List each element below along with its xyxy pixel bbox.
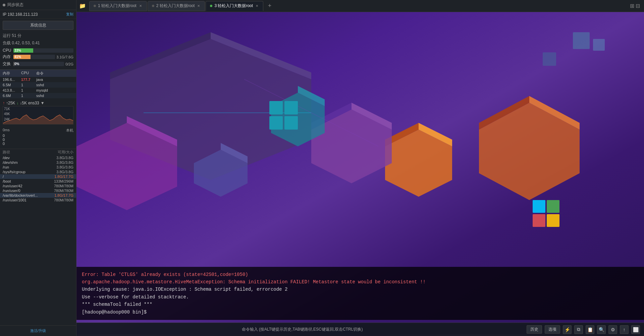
network-chart: 71K 49K 24K bbox=[3, 106, 73, 125]
new-tab-button[interactable]: + bbox=[265, 2, 274, 10]
cpu-metric-row: CPU 33% bbox=[0, 47, 76, 53]
swap-bar: 0% bbox=[13, 62, 14, 66]
tab-grid-button[interactable]: ⊞ ⊟ bbox=[627, 3, 643, 9]
mem-value: 3.1G/7.6G bbox=[56, 55, 73, 59]
network-traffic: ↑ ↑25K ↓ ↓5K ens33 ▼ bbox=[3, 101, 45, 105]
history-button[interactable]: 历史 bbox=[527, 325, 542, 334]
cpu-bar-container: 33% bbox=[13, 48, 73, 53]
disk-size: 1.8G/17.7G bbox=[54, 193, 73, 197]
disk-size: 1.8G/17.7G bbox=[54, 175, 73, 179]
proc-cpu: 1 bbox=[21, 94, 36, 98]
download-speed: ↓5K bbox=[20, 101, 27, 105]
download-arrow-icon: ↓ bbox=[16, 101, 18, 105]
terminal-line-5: *** schemaTool failed *** bbox=[82, 301, 639, 308]
svg-rect-27 bbox=[593, 39, 605, 51]
activate-upgrade-button[interactable]: 激活/升级 bbox=[0, 325, 76, 336]
folder-icon[interactable]: 📁 bbox=[78, 1, 87, 11]
mem-percent: 41% bbox=[14, 55, 21, 59]
tab-2-status-dot bbox=[152, 5, 154, 7]
net-interface-name: ens33 bbox=[28, 101, 39, 105]
copy-button[interactable]: 复制 bbox=[66, 12, 73, 17]
terminal-area[interactable]: Error: Table 'CTLGS' already exists (sta… bbox=[76, 12, 644, 336]
terminal-line-2: org.apache.hadoop.hive.metastore.HiveMet… bbox=[82, 278, 639, 286]
status-dot bbox=[3, 4, 5, 6]
disk-path: /dev bbox=[3, 156, 56, 160]
runtime-display: 运行 51 分 bbox=[0, 32, 76, 40]
tab-3-close-button[interactable]: ✕ bbox=[255, 4, 259, 8]
svg-rect-26 bbox=[573, 32, 590, 49]
list-item: /run/user/0 780M/780M bbox=[0, 188, 76, 193]
tab-1[interactable]: 1 轻松入门大数据root ✕ bbox=[89, 1, 147, 11]
win-pane-bl bbox=[269, 116, 283, 130]
network-graph-svg bbox=[3, 106, 73, 125]
lightning-icon[interactable]: ⚡ bbox=[563, 325, 572, 334]
search-terminal-icon[interactable]: 🔍 bbox=[597, 325, 606, 334]
disk-path: /run/user/1001 bbox=[3, 198, 54, 202]
command-input-placeholder[interactable]: 命令输入 (按ALT键提示历史,TAB键路径,ESC键返回,双击CTRL切换) bbox=[80, 327, 524, 332]
chevron-down-icon[interactable]: ▼ bbox=[41, 101, 45, 105]
proc-header-cpu: CPU bbox=[21, 71, 36, 76]
list-item: /sys/fs/cgroup 3.8G/3.8G bbox=[0, 170, 76, 174]
list-item: /var/lib/docker/overl... 1.8G/17.7G bbox=[0, 193, 76, 198]
cpu-percent: 33% bbox=[14, 49, 21, 52]
cpu-label: CPU bbox=[3, 48, 12, 53]
tab-1-label: 1 轻松入门大数据root bbox=[98, 3, 137, 9]
proc-mem: 196.6... bbox=[3, 78, 21, 82]
proc-header-mem: 内存 bbox=[3, 71, 21, 76]
sync-status-label: 同步状态 bbox=[7, 2, 23, 8]
disk-size: 3.8G/3.8G bbox=[56, 170, 73, 174]
ip-row: IP 192.168.211.123 复制 bbox=[0, 10, 76, 19]
svg-rect-28 bbox=[543, 52, 556, 66]
svg-rect-20 bbox=[533, 214, 545, 227]
proc-cpu: 1 bbox=[21, 88, 36, 92]
settings-terminal-icon[interactable]: ⚙ bbox=[608, 325, 617, 334]
proc-cmd: sshd bbox=[36, 94, 73, 98]
swap-metric-row: 交换 0% 0/2G bbox=[0, 60, 76, 67]
paste-terminal-icon[interactable]: 📋 bbox=[586, 325, 594, 334]
disk-size: 3.8G/3.8G bbox=[56, 160, 73, 164]
ip-label: IP 192.168.211.123 bbox=[3, 12, 38, 17]
ping-latency: 0ms bbox=[3, 128, 10, 133]
terminal-output: Error: Table 'CTLGS' already exists (sta… bbox=[76, 267, 644, 320]
upload-arrow-icon: ↑ bbox=[3, 101, 5, 105]
proc-cpu: 177.7 bbox=[21, 78, 36, 82]
terminal-line-1: Error: Table 'CTLGS' already exists (sta… bbox=[82, 271, 639, 278]
swap-bar-container: 0% bbox=[13, 62, 64, 66]
ping-value-1: 0 bbox=[3, 134, 73, 138]
proc-cmd: mysqld bbox=[36, 88, 73, 92]
disk-header-size: 可用/大小 bbox=[58, 150, 73, 155]
fullscreen-terminal-icon[interactable]: ⬜ bbox=[631, 325, 640, 334]
disk-size: 3.8G/3.8G bbox=[56, 165, 73, 169]
svg-rect-21 bbox=[547, 214, 559, 227]
ping-value-2: 0 bbox=[3, 138, 73, 142]
proc-cmd: java bbox=[36, 78, 73, 82]
disk-table-header: 路径 可用/大小 bbox=[0, 149, 76, 155]
load-display: 负载 0.42, 0.53, 0.41 bbox=[0, 40, 76, 47]
cpu-bar: 33% bbox=[13, 48, 33, 53]
svg-rect-18 bbox=[533, 200, 545, 213]
tab-1-close-button[interactable]: ✕ bbox=[139, 4, 143, 8]
upload-terminal-icon[interactable]: ↑ bbox=[620, 325, 629, 334]
tab-2[interactable]: 2 轻松入门大数据root ✕ bbox=[148, 1, 205, 11]
options-button[interactable]: 选项 bbox=[545, 325, 560, 334]
proc-cpu: 1 bbox=[21, 83, 36, 87]
proc-cmd: sshd bbox=[36, 83, 73, 87]
tab-3-label: 3 轻松入门大数据root bbox=[214, 3, 253, 9]
sys-info-button[interactable]: 系统信息 bbox=[3, 21, 73, 30]
swap-label: 交换 bbox=[3, 61, 12, 67]
ping-header: 0ms 本机 bbox=[3, 128, 73, 133]
net-y2: 49K bbox=[4, 112, 10, 116]
disk-path: /run/user/0 bbox=[3, 189, 54, 193]
win-pane-br bbox=[284, 116, 298, 130]
disk-size: 133M/296M bbox=[54, 179, 73, 183]
mem-bar-container: 41% bbox=[13, 55, 55, 59]
win-pane-tl bbox=[269, 101, 283, 114]
disk-size: 780M/780M bbox=[54, 189, 73, 193]
list-item: /dev/shm 3.8G/3.8G bbox=[0, 160, 76, 165]
tab-2-close-button[interactable]: ✕ bbox=[197, 4, 201, 8]
disk-path: /boot bbox=[3, 179, 54, 183]
tab-3[interactable]: 3 轻松入门大数据root ✕ bbox=[206, 1, 263, 11]
terminal-line-3: Underlying cause: java.io.IOException : … bbox=[82, 286, 639, 293]
copy-terminal-icon[interactable]: ⧉ bbox=[574, 325, 583, 334]
disk-path: /dev/shm bbox=[3, 160, 56, 164]
